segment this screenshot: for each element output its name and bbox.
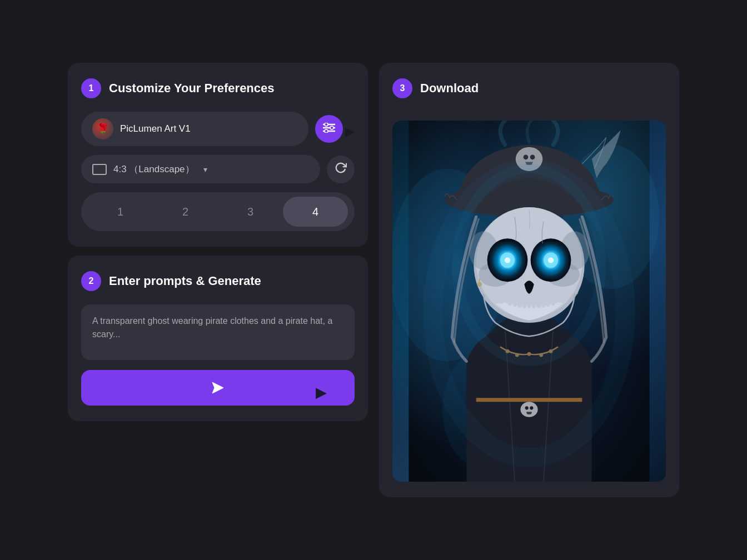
step2-badge: 2 — [81, 271, 101, 291]
svg-point-4 — [330, 126, 333, 129]
aspect-selector[interactable]: 4:3 （Landscape） ▾ — [81, 155, 320, 183]
chevron-down-icon: ▾ — [203, 165, 207, 174]
svg-point-3 — [325, 123, 328, 126]
preferences-header: 1 Customize Your Preferences — [81, 78, 355, 98]
svg-point-20 — [530, 406, 533, 409]
svg-point-16 — [530, 155, 535, 160]
aspect-row: 4:3 （Landscape） ▾ — [81, 155, 355, 183]
model-name: PicLumen Art V1 — [120, 123, 191, 134]
refresh-button[interactable] — [327, 156, 355, 183]
generate-button[interactable]: ▶ — [81, 370, 355, 406]
prompt-title: Enter prompts & Generate — [109, 274, 261, 288]
filter-button[interactable] — [315, 115, 343, 143]
left-panel: 1 Customize Your Preferences 🌹 PicLumen … — [68, 63, 368, 497]
prompt-input[interactable] — [81, 304, 355, 360]
svg-point-41 — [477, 282, 482, 287]
right-panel: 3 Download — [379, 63, 679, 497]
svg-point-39 — [505, 257, 510, 263]
svg-point-23 — [527, 352, 531, 356]
model-selector[interactable]: 🌹 PicLumen Art V1 — [81, 112, 308, 146]
svg-point-15 — [524, 155, 529, 160]
generated-image[interactable] — [392, 121, 666, 482]
svg-point-18 — [520, 402, 537, 417]
step3-badge: 3 — [392, 78, 412, 98]
count-row: 1 2 3 4 — [81, 192, 355, 231]
cursor-generate: ▶ — [316, 384, 327, 401]
preferences-title: Customize Your Preferences — [109, 81, 275, 96]
step1-badge: 1 — [81, 78, 101, 98]
svg-point-40 — [548, 257, 554, 263]
aspect-label: 4:3 （Landscape） — [113, 163, 195, 176]
send-icon — [210, 380, 226, 396]
prompt-card: 2 Enter prompts & Generate ▶ — [68, 256, 368, 421]
cursor-model: ▶ — [345, 124, 355, 139]
pirate-skeleton-svg — [392, 121, 666, 482]
download-header: 3 Download — [392, 78, 666, 98]
svg-point-5 — [325, 129, 328, 133]
count-3[interactable]: 3 — [218, 197, 283, 227]
download-card: 3 Download — [379, 63, 679, 497]
model-icon: 🌹 — [92, 118, 113, 139]
svg-point-19 — [525, 406, 529, 409]
prompt-header: 2 Enter prompts & Generate — [81, 271, 355, 291]
download-title: Download — [420, 81, 479, 96]
count-2[interactable]: 2 — [153, 197, 218, 227]
aspect-icon — [92, 164, 107, 175]
refresh-icon — [335, 162, 347, 177]
count-1[interactable]: 1 — [88, 197, 153, 227]
app-container: 1 Customize Your Preferences 🌹 PicLumen … — [68, 63, 679, 497]
filter-icon — [323, 123, 335, 136]
count-4[interactable]: 4 — [283, 197, 348, 227]
preferences-card: 1 Customize Your Preferences 🌹 PicLumen … — [68, 63, 368, 247]
model-row: 🌹 PicLumen Art V1 — [81, 112, 355, 146]
svg-marker-6 — [212, 382, 223, 393]
